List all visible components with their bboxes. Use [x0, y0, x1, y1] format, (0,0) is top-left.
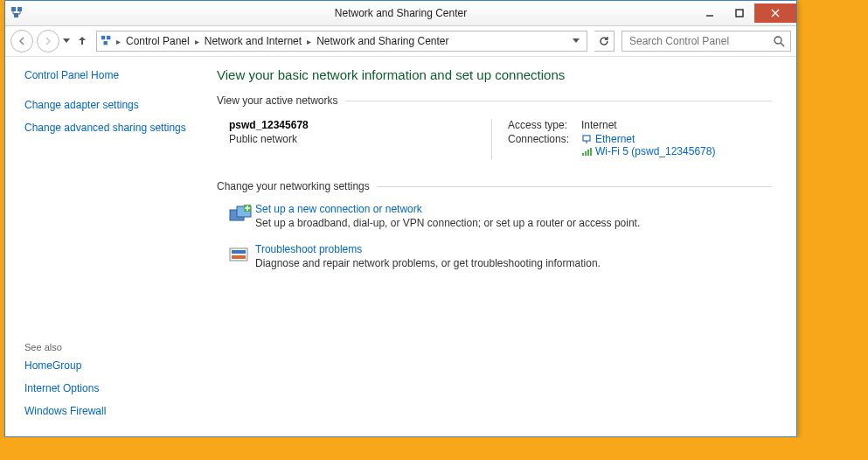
svg-rect-16 — [587, 150, 589, 156]
setup-connection-link[interactable]: Set up a new connection or network — [255, 203, 422, 215]
page-heading: View your basic network information and … — [217, 67, 772, 82]
task-setup-connection: Set up a new connection or network Set u… — [217, 198, 772, 238]
svg-rect-24 — [232, 250, 246, 254]
breadcrumb-seg3[interactable]: Network and Sharing Center — [315, 35, 450, 47]
troubleshoot-desc: Diagnose and repair network problems, or… — [255, 257, 601, 269]
refresh-button[interactable] — [594, 31, 615, 52]
task-troubleshoot: Troubleshoot problems Diagnose and repai… — [217, 238, 772, 278]
breadcrumb-seg1[interactable]: Control Panel — [124, 35, 191, 47]
access-type-label: Access type: — [508, 119, 581, 131]
svg-rect-17 — [590, 148, 592, 156]
wifi-bars-icon — [581, 146, 592, 157]
svg-rect-25 — [232, 255, 246, 259]
up-button[interactable] — [75, 34, 89, 48]
address-bar[interactable]: ▸ Control Panel ▸ Network and Internet ▸… — [96, 31, 587, 52]
address-dropdown-icon[interactable] — [569, 38, 583, 44]
forward-button[interactable] — [37, 30, 59, 52]
svg-point-10 — [774, 37, 781, 44]
close-button[interactable] — [754, 3, 796, 23]
search-input[interactable] — [628, 34, 774, 48]
svg-rect-8 — [107, 36, 110, 39]
window-buttons — [695, 3, 796, 23]
search-icon[interactable] — [774, 36, 785, 47]
minimize-button[interactable] — [695, 3, 725, 23]
troubleshoot-link[interactable]: Troubleshoot problems — [255, 243, 362, 255]
sidebar: Control Panel Home Change adapter settin… — [5, 57, 208, 436]
main-panel: View your basic network information and … — [208, 57, 796, 436]
access-type-value: Internet — [581, 119, 617, 131]
breadcrumb-seg2[interactable]: Network and Internet — [203, 35, 303, 47]
setup-connection-desc: Set up a broadband, dial-up, or VPN conn… — [255, 217, 640, 229]
network-icon — [10, 6, 24, 20]
control-panel-window: Network and Sharing Center — [4, 0, 797, 437]
svg-rect-9 — [104, 41, 108, 45]
active-networks-header: View your active networks — [217, 94, 772, 107]
history-dropdown[interactable] — [63, 38, 72, 44]
network-type: Public network — [229, 133, 491, 145]
svg-rect-4 — [736, 10, 743, 17]
search-box[interactable] — [621, 31, 791, 52]
chevron-right-icon[interactable]: ▸ — [115, 37, 122, 46]
svg-rect-7 — [101, 36, 105, 39]
svg-rect-1 — [17, 7, 22, 11]
svg-rect-15 — [585, 151, 587, 156]
network-details: Access type: Internet Connections: Ether… — [491, 119, 772, 159]
sidebar-link-firewall[interactable]: Windows Firewall — [24, 405, 199, 417]
connections-label: Connections: — [508, 133, 581, 157]
network-identity: pswd_12345678 Public network — [229, 119, 491, 159]
active-network-row: pswd_12345678 Public network Access type… — [217, 112, 772, 177]
svg-rect-0 — [11, 7, 16, 11]
setup-connection-icon — [226, 203, 255, 229]
sidebar-link-sharing[interactable]: Change advanced sharing settings — [24, 122, 199, 136]
svg-rect-14 — [582, 153, 584, 156]
chevron-right-icon[interactable]: ▸ — [305, 37, 313, 46]
wifi-link[interactable]: Wi-Fi 5 (pswd_12345678) — [595, 145, 715, 157]
chevron-right-icon[interactable]: ▸ — [193, 37, 201, 46]
body: Control Panel Home Change adapter settin… — [5, 57, 796, 436]
titlebar: Network and Sharing Center — [5, 1, 796, 26]
change-settings-header: Change your networking settings — [217, 180, 772, 192]
sidebar-link-adapter[interactable]: Change adapter settings — [24, 99, 199, 111]
window-title: Network and Sharing Center — [335, 7, 467, 19]
network-name: pswd_12345678 — [229, 119, 309, 131]
back-button[interactable] — [10, 30, 33, 52]
sidebar-link-home[interactable]: Control Panel Home — [24, 69, 199, 81]
ethernet-link[interactable]: Ethernet — [595, 133, 635, 145]
toolbar: ▸ Control Panel ▸ Network and Internet ▸… — [5, 26, 796, 57]
troubleshoot-icon — [226, 243, 255, 269]
ethernet-icon — [581, 134, 592, 144]
svg-line-11 — [781, 43, 784, 46]
maximize-button[interactable] — [725, 3, 754, 23]
svg-rect-12 — [583, 136, 590, 141]
sidebar-link-internet-options[interactable]: Internet Options — [24, 382, 199, 394]
see-also-label: See also — [24, 342, 199, 352]
sidebar-link-homegroup[interactable]: HomeGroup — [24, 359, 199, 372]
network-folder-icon — [101, 35, 113, 47]
